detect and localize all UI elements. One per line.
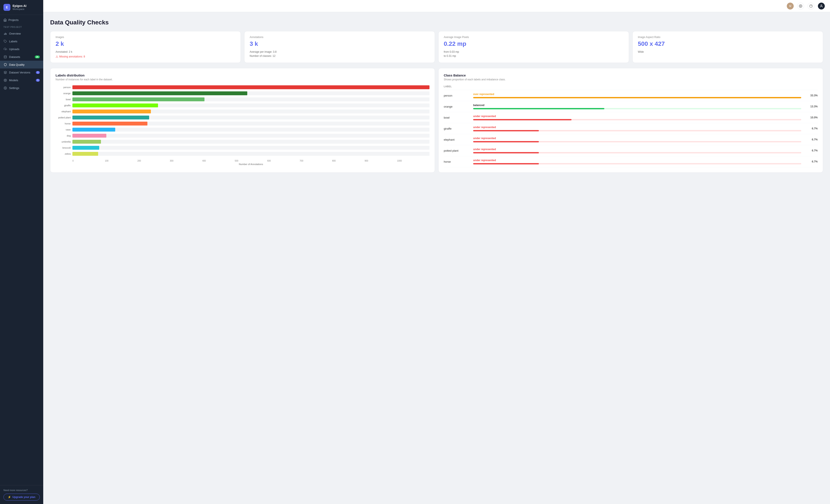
stats-row: Images 2 k Annotated: 2 k ⚠ Missing anno… (50, 31, 823, 63)
cb-bar-track (473, 108, 801, 109)
cb-bar-wrap: under represented (473, 148, 801, 154)
user-avatar[interactable]: U (787, 3, 794, 9)
x-tick: 700 (299, 160, 332, 162)
bar-fill (72, 91, 247, 95)
bar-label: broccoli (56, 146, 71, 149)
projects-label: Projects (8, 19, 19, 22)
settings-label: Settings (9, 87, 19, 90)
cb-bar-track (473, 97, 801, 98)
svg-rect-8 (5, 80, 6, 80)
avg-pixels-stat-label: Average Image Pixels (444, 36, 624, 39)
user-settings-button[interactable] (818, 3, 825, 9)
user-icon (820, 4, 823, 8)
cb-pct: 13.3% (805, 105, 818, 108)
models-badge: 1 (36, 79, 40, 82)
bar-fill (72, 152, 98, 156)
bar-chart: person orange bowl giraffe elephant (56, 85, 429, 158)
cb-status: under represented (473, 148, 801, 151)
sidebar-item-data-quality[interactable]: Data Quality (0, 61, 43, 68)
x-tick: 1000 (397, 160, 429, 162)
logo-icon: E (3, 4, 10, 11)
bar-track (72, 152, 429, 156)
bar-fill (72, 128, 115, 132)
sidebar-item-projects[interactable]: Projects (0, 15, 43, 23)
annotations-avg: Average per image: 3.8 (250, 50, 429, 54)
settings-button[interactable] (797, 3, 804, 9)
cb-status: under represented (473, 159, 801, 162)
x-axis-label: Number of Annotations (72, 163, 429, 166)
aspect-ratio-stat-value: 500 x 427 (638, 40, 818, 47)
cb-pct: 6.7% (805, 138, 818, 141)
logo-text: Epigos AI Workspace (12, 4, 26, 10)
cb-bar-wrap: balanced (473, 104, 801, 109)
sidebar-item-dataset-versions[interactable]: Dataset Versions 1 (0, 68, 43, 76)
cb-label: potted plant (444, 149, 470, 152)
app-workspace: Workspace (12, 8, 26, 10)
bar-row: broccoli (56, 146, 429, 150)
lightning-icon: ⚡ (8, 496, 11, 499)
x-tick: 100 (105, 160, 137, 162)
help-button[interactable] (807, 3, 815, 9)
bar-track (72, 134, 429, 138)
bar-track (72, 91, 429, 95)
sidebar-logo: E Epigos AI Workspace (0, 0, 43, 15)
bar-row: horse (56, 122, 429, 126)
class-balance-row: giraffe under represented 6.7% (444, 123, 818, 134)
bar-row: giraffe (56, 103, 429, 107)
images-annotated: Annotated: 2 k (56, 50, 235, 54)
x-tick: 600 (267, 160, 299, 162)
upgrade-button[interactable]: ⚡ Upgrade your plan (3, 494, 40, 501)
cb-bar-fill (473, 97, 801, 98)
class-balance-subtitle: Shows proportion of each labels and imba… (444, 78, 818, 81)
bar-label: elephant (56, 110, 71, 113)
cb-bar-fill (473, 163, 539, 164)
bar-fill (72, 115, 149, 120)
shield-icon (3, 63, 7, 66)
bar-row: zebra (56, 152, 429, 156)
sidebar-section-label: TEST PROJECT (0, 23, 43, 30)
overview-label: Overview (9, 32, 21, 35)
uploads-label: Uploads (9, 47, 20, 51)
svg-rect-7 (4, 79, 6, 81)
cb-status: under represented (473, 126, 801, 129)
class-balance-rows: person over represented 33.3% orange bal… (444, 90, 818, 167)
sidebar-item-labels[interactable]: Labels (0, 37, 43, 45)
images-stat-label: Images (56, 36, 235, 39)
images-stat-card: Images 2 k Annotated: 2 k ⚠ Missing anno… (50, 31, 241, 63)
bar-label: dog (56, 134, 71, 137)
labels-dist-title: Labels distribution (56, 73, 429, 77)
svg-rect-0 (4, 33, 4, 35)
help-icon (809, 4, 813, 8)
x-tick: 800 (332, 160, 364, 162)
cb-bar-track (473, 152, 801, 154)
main-content: U Data Quality Checks Images 2 k Annotat… (43, 0, 830, 504)
sidebar-item-uploads[interactable]: Uploads (0, 45, 43, 53)
cb-bar-wrap: over represented (473, 93, 801, 98)
cb-bar-fill (473, 108, 604, 109)
bar-track (72, 115, 429, 120)
upgrade-label: Upgrade your plan (12, 496, 35, 499)
images-missing: ⚠ Missing annotations: 8 (56, 55, 235, 58)
images-stat-value: 2 k (56, 40, 235, 47)
aspect-ratio-stat-card: Image Aspect Ratio 500 x 427 Wide (633, 31, 823, 63)
labels-distribution-card: Labels distribution Number of instances … (50, 68, 435, 173)
class-balance-row: orange balanced 13.3% (444, 101, 818, 112)
cb-label: horse (444, 160, 470, 163)
bar-track (72, 122, 429, 126)
class-balance-row: elephant under represented 6.7% (444, 134, 818, 145)
sidebar-item-datasets[interactable]: Datasets 2k (0, 53, 43, 61)
sidebar-item-settings[interactable]: Settings (0, 84, 43, 92)
cpu-icon (3, 78, 7, 82)
datasets-label: Datasets (9, 55, 20, 59)
dataset-versions-badge: 1 (36, 71, 40, 74)
bar-track (72, 128, 429, 132)
cb-label: giraffe (444, 127, 470, 130)
page-title: Data Quality Checks (50, 19, 823, 26)
sidebar-item-overview[interactable]: Overview (0, 30, 43, 37)
annotations-stat-value: 3 k (250, 40, 429, 47)
bar-label: horse (56, 122, 71, 125)
cb-bar-track (473, 163, 801, 164)
sidebar-item-models[interactable]: Models 1 (0, 76, 43, 84)
datasets-badge: 2k (35, 56, 40, 58)
bar-label: orange (56, 92, 71, 95)
